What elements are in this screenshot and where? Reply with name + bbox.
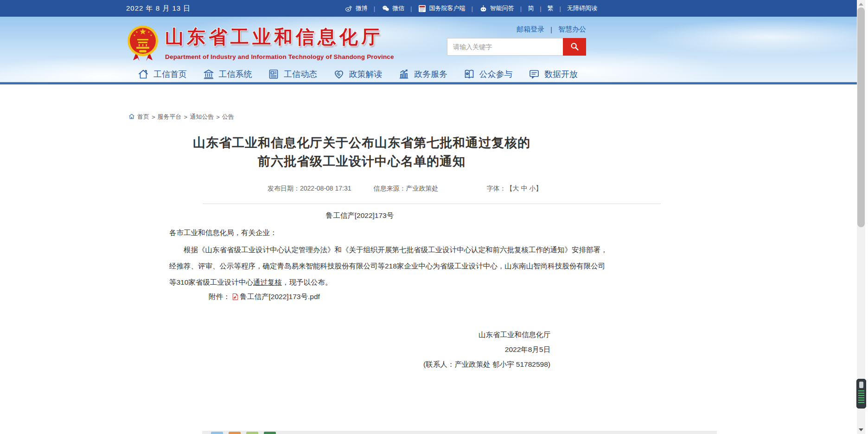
footer-badges [211,432,717,434]
publish-date: 发布日期：2022-08-08 17:31 [268,185,351,193]
nav-label: 政务服务 [414,69,447,80]
nav-item-system[interactable]: 工信系统 [203,68,252,80]
nav-label: 公众参与 [479,69,513,80]
meta-divider [203,204,661,204]
page-title-line2: 前六批省级工业设计中心名单的通知 [126,152,597,171]
nav-item-news[interactable]: 工信动态 [268,68,317,80]
signature-org: 山东省工业和信息化厅 [169,327,550,342]
wechat-icon [381,4,390,13]
publish-date-label: 发布日期： [268,185,300,192]
page-title-line1: 山东省工业和信息化厅关于公布山东省第七批和通过复核的 [126,134,597,152]
separator: | [550,26,552,33]
document-number: 鲁工信产[2022]173号 [169,211,550,220]
wechat-link[interactable]: 微信 [381,4,404,13]
article-meta-row: 发布日期：2022-08-08 17:31 信息来源：产业政策处 字体：【大 中… [203,185,661,193]
underlined-text: 通过复核 [253,278,282,286]
search-button[interactable] [563,38,586,56]
quick-links: 邮箱登录 | 智慧办公 [517,25,586,34]
separator: | [520,5,522,12]
signature-block: 山东省工业和信息化厅 2022年8月5日 (联系人：产业政策处 郁小宇 5178… [169,327,550,372]
nav-item-policy[interactable]: 政策解读 [333,68,383,80]
state-council-icon [418,4,427,13]
site-search [447,38,586,56]
nav-label: 工信系统 [219,69,252,80]
top-utility-bar-inner: 2022 年 8 月 13 日 微博 | 微信 | [126,0,597,17]
news-icon [268,68,280,80]
font-size-options[interactable]: 【大 中 小】 [506,185,542,192]
paragraph-line: 根据《山东省省级工业设计中心认定管理办法》和《关于组织开展第七批省级工业设计中心… [169,242,550,258]
accessibility-widget[interactable] [856,379,866,408]
signature-contact: (联系人：产业政策处 郁小宇 51782598) [169,357,550,372]
nav-label: 工信动态 [284,69,317,80]
separator: > [216,114,220,121]
nav-item-participation[interactable]: 公众参与 [463,68,513,80]
attachment-link[interactable]: 鲁工信产[2022]173号.pdf [240,290,320,303]
separator: | [540,5,541,12]
footer-badge-green [246,432,258,434]
chart-icon [398,68,410,80]
breadcrumb-current: 公告 [222,113,234,121]
scroll-up-arrow[interactable] [859,3,863,6]
main-nav: 工信首页 工信系统 工信动态 政策解读 政务服务 公众参与 [126,64,597,84]
paragraph-line: 经推荐、评审、公示等程序，确定青岛易来智能科技股份有限公司等218家企业中心为省… [169,258,550,274]
chat-icon [528,68,540,80]
main-paragraph: 根据《山东省省级工业设计中心认定管理办法》和《关于组织开展第七批省级工业设计中心… [169,242,550,290]
site-title: 山东省工业和信息化厅 [165,24,394,50]
state-council-label: 国务院客户端 [429,4,465,13]
weibo-label: 微博 [356,4,368,13]
nav-item-services[interactable]: 政务服务 [398,68,447,80]
nav-item-open-data[interactable]: 数据开放 [528,68,578,80]
top-utility-bar: 2022 年 8 月 13 日 微博 | 微信 | [0,0,857,17]
scroll-down-arrow[interactable] [859,428,863,431]
mail-login-link[interactable]: 邮箱登录 [517,25,544,34]
smart-qa-link[interactable]: 智能问答 [479,4,514,13]
separator: > [152,114,155,121]
separator: | [560,5,561,12]
info-source: 信息来源：产业政策处 [374,185,439,193]
weibo-link[interactable]: 微博 [345,4,368,13]
nav-label: 政策解读 [349,69,383,80]
footer-badge-blue [211,432,223,434]
robot-icon [479,4,488,13]
simplified-chinese-link[interactable]: 简 [528,4,534,13]
breadcrumb-notices[interactable]: 通知公告 [190,113,214,121]
page: 2022 年 8 月 13 日 微博 | 微信 | [0,0,868,434]
breadcrumb-service-platform[interactable]: 服务平台 [158,113,182,121]
handshake-icon [333,68,345,80]
weibo-icon [345,4,353,13]
scrollbar-track[interactable] [857,0,865,434]
accessibility-reading-link[interactable]: 无障碍阅读 [567,4,597,13]
book-star-icon [463,68,475,80]
pdf-icon [232,293,238,300]
current-date: 2022 年 8 月 13 日 [126,4,191,13]
nav-item-home[interactable]: 工信首页 [137,68,187,80]
wechat-label: 微信 [392,4,404,13]
footer-badge-dark-green [264,432,276,434]
home-icon [137,68,149,80]
attachment-label: 附件： [209,290,230,303]
search-icon [569,41,580,53]
font-size-control: 字体：【大 中 小】 [487,185,542,193]
breadcrumb-home[interactable]: 首页 [137,113,149,121]
state-council-client-link[interactable]: 国务院客户端 [418,4,465,13]
salutation: 各市工业和信息化局，有关企业： [169,228,550,238]
national-emblem-logo [126,24,160,63]
bank-icon [203,68,215,80]
traditional-chinese-link[interactable]: 繁 [548,4,554,13]
info-source-value: 产业政策处 [406,185,439,192]
footer-badge-orange [229,432,241,434]
article-meta-block: 发布日期：2022-08-08 17:31 信息来源：产业政策处 字体：【大 中… [203,185,661,204]
scrollbar-thumb[interactable] [857,7,865,227]
nav-label: 数据开放 [544,69,578,80]
separator: > [184,114,188,121]
smart-office-link[interactable]: 智慧办公 [558,25,586,34]
footer-strip [202,431,717,434]
paragraph-text: 等310家省级工业设计中心 [169,278,253,286]
paragraph-text: ，现予以公布。 [282,278,332,286]
page-title: 山东省工业和信息化厅关于公布山东省第七批和通过复核的 前六批省级工业设计中心名单… [126,134,597,171]
nav-divider [0,82,857,84]
article-body: 鲁工信产[2022]173号 各市工业和信息化局，有关企业： 根据《山东省省级工… [169,211,550,372]
search-input[interactable] [447,38,563,56]
attachment-row: 附件： 鲁工信产[2022]173号.pdf [209,290,550,303]
separator: | [410,5,412,12]
